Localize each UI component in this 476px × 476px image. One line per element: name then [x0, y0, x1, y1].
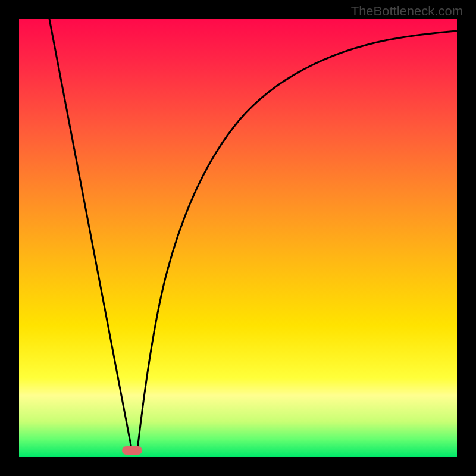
curve-left-branch — [49, 19, 133, 455]
watermark-text: TheBottleneck.com — [351, 4, 463, 19]
optimal-marker — [122, 446, 142, 455]
plot-area — [19, 19, 457, 457]
chart-frame: TheBottleneck.com — [0, 0, 476, 476]
bottleneck-curve — [19, 19, 457, 457]
curve-right-branch — [137, 31, 457, 455]
